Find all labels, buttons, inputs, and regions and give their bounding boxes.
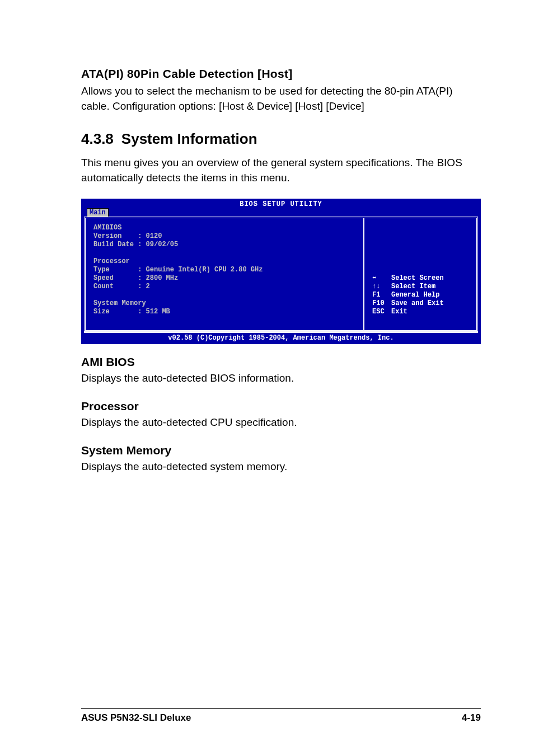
section-title: System Information [121, 130, 257, 147]
help-line-select-item: ↑↓Select Item [372, 283, 471, 291]
help-line-select-screen: ⬌Select Screen [372, 274, 471, 283]
f1-key-label: F1 [372, 291, 391, 299]
help-line-exit: ESCExit [372, 308, 471, 316]
help-line-general-help: F1General Help [372, 291, 471, 299]
updown-arrows-icon: ↑↓ [372, 283, 391, 291]
subtext-sysmem: Displays the auto-detected system memory… [81, 459, 481, 475]
version-line: Version : 0120 [93, 232, 358, 241]
size-line: Size : 512 MB [93, 308, 358, 316]
help-text-1: Select Screen [391, 274, 444, 282]
bios-tab-row: Main [81, 208, 481, 217]
footer-product: ASUS P5N32-SLI Deluxe [81, 712, 191, 724]
leftright-arrows-icon: ⬌ [372, 274, 391, 283]
section-heading: 4.3.8System Information [81, 130, 481, 148]
help-line-save-exit: F10Save and Exit [372, 299, 471, 308]
f10-key-label: F10 [372, 299, 391, 308]
help-text-5: Exit [391, 308, 407, 316]
section-number: 4.3.8 [81, 130, 114, 148]
bios-tab-main[interactable]: Main [87, 208, 109, 217]
item-heading-ata: ATA(PI) 80Pin Cable Detection [Host] [81, 67, 481, 81]
page-footer: ASUS P5N32-SLI Deluxe 4-19 [81, 708, 481, 724]
blank-line-3 [372, 316, 471, 325]
speed-line: Speed : 2800 MHz [93, 274, 358, 283]
help-text-2: Select Item [391, 283, 435, 290]
subhead-sysmem: System Memory [81, 444, 481, 457]
count-line: Count : 2 [93, 283, 358, 291]
bios-copyright-footer: v02.58 (C)Copyright 1985-2004, American … [84, 332, 478, 344]
blank-line-2 [93, 291, 358, 299]
item-desc-ata: Allows you to select the mechanism to be… [81, 84, 481, 114]
bios-screenshot: BIOS SETUP UTILITY Main AMIBIOS Version … [81, 199, 481, 344]
blank-line-1 [93, 249, 358, 257]
bios-title: BIOS SETUP UTILITY [81, 199, 481, 208]
amibios-label: AMIBIOS [93, 224, 358, 232]
help-text-3: General Help [391, 291, 439, 299]
esc-key-label: ESC [372, 308, 391, 316]
help-text-4: Save and Exit [391, 299, 444, 307]
sysmem-label: System Memory [93, 299, 358, 308]
subhead-amibios: AMI BIOS [81, 355, 481, 369]
subhead-processor: Processor [81, 400, 481, 413]
bios-right-pane: ⬌Select Screen ↑↓Select Item F1General H… [364, 218, 476, 330]
subtext-processor: Displays the auto-detected CPU specifica… [81, 415, 481, 430]
bios-inner: AMIBIOS Version : 0120 Build Date : 09/0… [84, 217, 478, 332]
section-intro: This menu gives you an overview of the g… [81, 156, 481, 185]
type-line: Type : Genuine Intel(R) CPU 2.80 GHz [93, 266, 358, 274]
builddate-line: Build Date : 09/02/05 [93, 241, 358, 249]
subtext-amibios: Displays the auto-detected BIOS informat… [81, 371, 481, 386]
bios-left-pane: AMIBIOS Version : 0120 Build Date : 09/0… [86, 218, 364, 330]
footer-page-number: 4-19 [462, 712, 481, 724]
processor-label: Processor [93, 257, 358, 266]
